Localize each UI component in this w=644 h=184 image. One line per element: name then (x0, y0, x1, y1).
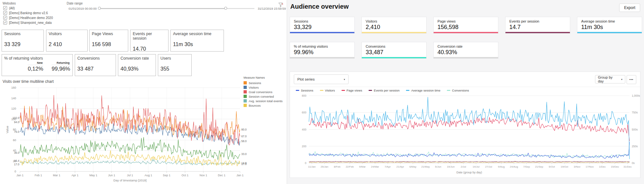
svg-text:36.0: 36.0 (14, 151, 19, 154)
card-value: 33,487 (366, 49, 422, 56)
kpi-row-2: % of returning visitors New 0,12% Return… (2, 54, 194, 76)
svg-text:0: 0 (305, 161, 306, 165)
svg-text:5/Jun: 5/Jun (435, 165, 441, 168)
more-options-button[interactable]: ••• (627, 75, 636, 84)
websites-filter-list: ✓(All)✓[Demo] Banking demo v2.6✓[Demo] H… (3, 6, 53, 25)
audience-chart-card: Plot series ▾ Group by day ▾ ••• Session… (290, 72, 640, 178)
legend-dash (341, 90, 345, 91)
legend-dash (406, 90, 409, 91)
slider-handle-start[interactable] (98, 7, 101, 10)
website-filter-item-all[interactable]: ✓(All) (3, 6, 53, 10)
card-label: % of returning visitors (294, 44, 351, 48)
svg-text:0: 0 (14, 170, 16, 173)
card-accent-bar (434, 57, 498, 58)
legend-dash (320, 90, 323, 91)
filter-exclude-icon[interactable]: ✕ (278, 3, 284, 8)
slider-handle-end[interactable] (224, 7, 227, 10)
kpi-box-conversion-rate: Conversion rate 40,93% (118, 54, 156, 76)
checkbox-icon[interactable]: ✓ (3, 11, 7, 15)
kpi-label: Conversion rate (120, 56, 153, 61)
chevron-down-icon: ▾ (621, 78, 622, 81)
checkbox-icon[interactable]: ✓ (3, 21, 7, 24)
date-range-slider-active (99, 8, 226, 9)
group-by-select[interactable]: Group by day ▾ (595, 75, 625, 83)
tableau-dashboard-panel: Websites ✓(All)✓[Demo] Banking demo v2.6… (0, 0, 287, 184)
svg-text:750s: 750s (632, 111, 638, 114)
svg-text:8/Feb: 8/Feb (334, 165, 341, 168)
kpi-cards-row-2: % of returning visitors 99.96% Conversio… (290, 42, 640, 59)
date-range-slider[interactable] (99, 8, 255, 9)
card-average-session-time: Average session time 11m 30s (577, 17, 642, 34)
svg-text:7/Sep: 7/Sep (523, 165, 530, 168)
checkbox-icon[interactable]: ✓ (3, 6, 7, 10)
website-filter-item-demo-banking-demo-v2-6[interactable]: ✓[Demo] Banking demo v2.6 (3, 11, 53, 15)
svg-text:102.0: 102.0 (13, 116, 20, 120)
svg-text:Value: Value (5, 126, 9, 133)
legend-label: Avg. session total events (249, 99, 283, 103)
kpi-label: Average session time (173, 32, 221, 36)
svg-text:Feb 1: Feb 1 (34, 174, 42, 177)
svg-text:400: 400 (302, 128, 306, 131)
legend-swatch (244, 104, 247, 107)
legend-item-bounces[interactable]: Bounces (244, 103, 286, 108)
legend-item-avg-session-total-events[interactable]: Avg. session total events (244, 99, 286, 103)
website-filter-item-demo-healthcare-demo-2020[interactable]: ✓[Demo] Healthcare demo 2020 (3, 15, 53, 20)
kpi-box-sessions: Sessions 33 329 (2, 30, 44, 52)
svg-text:200: 200 (302, 145, 306, 148)
card-value: 11m 30s (581, 24, 638, 31)
card-label: Conversions (366, 44, 422, 48)
kpi-box-average-session-time: Average session time 11m 30s (170, 30, 224, 52)
legend-item-visitors[interactable]: Visitors (244, 85, 286, 90)
card-label: Conversion rate (437, 44, 494, 48)
date-range-label: Date range (67, 2, 82, 5)
kpi-label: % of returning visitors (4, 56, 70, 61)
plot-series-select[interactable]: Plot series ▾ (294, 74, 349, 84)
chevron-down-icon: ▾ (344, 78, 345, 81)
measure-names-legend: Measure Names SessionsVisitorsGoal conve… (244, 76, 286, 108)
kpi-value: 355 (160, 66, 189, 72)
svg-text:31/Dec: 31/Dec (623, 165, 631, 168)
legend-swatch (244, 90, 247, 93)
svg-text:7/Apr: 7/Apr (385, 165, 391, 168)
legend-item-session-converted[interactable]: Session converted (244, 94, 286, 99)
kpi-cards-row-1: Sessions 33,329 Visitors 2,410 Page view… (290, 17, 640, 34)
export-button[interactable]: Export (619, 4, 640, 12)
card-accent-bar (362, 57, 426, 58)
website-filter-item-demo-sharepoint-new-data[interactable]: ✓[Demo] Sharepoint_new_data (3, 20, 53, 25)
website-filter-item-label: (All) (9, 6, 15, 10)
card-accent-bar (505, 32, 570, 33)
svg-text:15/Dec: 15/Dec (611, 165, 619, 168)
svg-text:5/Oct: 5/Oct (549, 165, 555, 168)
svg-text:Jan 1: Jan 1 (16, 174, 24, 177)
svg-text:24/Aug: 24/Aug (510, 165, 518, 168)
svg-text:May 1: May 1 (89, 174, 97, 177)
svg-text:19/Oct: 19/Oct (561, 165, 568, 168)
audience-overview-line-chart[interactable]: 00s200250s400500s600750s8001,000s11/Jan2… (293, 92, 639, 176)
visits-over-time-multiline-chart[interactable]: Jan 1Feb 1Mar 1Apr 1May 1Jun 1Jul 1Aug 1… (5, 86, 249, 183)
legend-swatch (244, 81, 247, 84)
checkbox-icon[interactable]: ✓ (3, 16, 7, 20)
svg-text:24/Mar: 24/Mar (371, 165, 379, 168)
dual-analytics-dashboard: Websites ✓(All)✓[Demo] Banking demo v2.6… (0, 0, 644, 184)
kpi-value: 11m 30s (173, 41, 221, 47)
kpi-box-events-per-session: Events per session 14.70 (130, 30, 168, 52)
card-value: 33,329 (294, 24, 351, 31)
svg-text:21/Apr: 21/Apr (397, 165, 404, 168)
legend-item-sessions[interactable]: Sessions (244, 81, 286, 85)
card-accent-bar (290, 32, 354, 33)
svg-text:140: 140 (11, 97, 16, 100)
date-range-start-value: 01/01/2019 00:00:00 (66, 7, 97, 10)
svg-text:✕: ✕ (282, 3, 284, 5)
kpi-label: Events per session (133, 32, 166, 41)
date-range-end-value: 31/12/2019 23:59:59 (258, 7, 290, 10)
card-page-views: Page views 156,598 (433, 17, 498, 34)
website-filter-item-label: [Demo] Sharepoint_new_data (9, 21, 52, 24)
kpi-label: Conversions (77, 56, 113, 61)
svg-text:120: 120 (11, 107, 16, 110)
legend-label: Session converted (249, 95, 274, 98)
svg-text:Jul 1: Jul 1 (127, 174, 133, 177)
websites-filter-label: Websites (3, 2, 16, 5)
legend-item-goal-conversions[interactable]: Goal conversions (244, 90, 286, 94)
kpi-box-conversions: Conversions 33 487 (75, 54, 116, 76)
returning-col-returning-value: 99,96% (52, 66, 70, 72)
